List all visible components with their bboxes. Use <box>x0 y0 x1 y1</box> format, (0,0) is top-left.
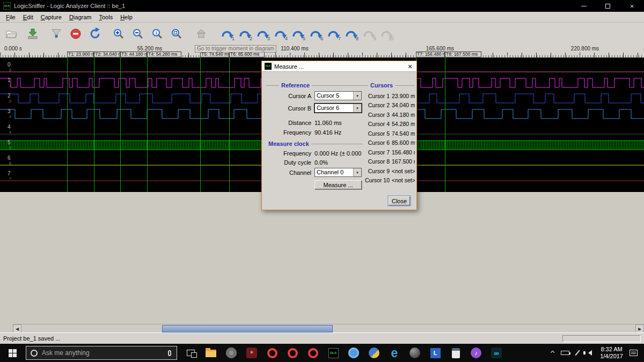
goto-cursor-5-button[interactable]: 5 <box>289 26 306 42</box>
cursor-flag[interactable]: T8: 167.500 ms <box>445 51 481 57</box>
measure-button[interactable]: Measure ... <box>314 180 362 189</box>
menu-diagram[interactable]: Diagram <box>65 13 96 21</box>
cursor-flag[interactable]: T7: 156.480 ms <box>416 51 445 57</box>
orb-app[interactable] <box>364 344 384 362</box>
sphere-app[interactable] <box>405 344 425 362</box>
cursor-flag[interactable]: T4: 54.280 ms <box>147 51 181 57</box>
dialog-title-bar[interactable]: OLS Measure ... × <box>262 61 416 72</box>
cursor-flag[interactable]: T3: 44.180 ms <box>120 51 147 57</box>
menu-edit[interactable]: Edit <box>19 13 37 21</box>
zoom-out-button[interactable] <box>130 26 146 42</box>
scrollbar-thumb[interactable] <box>162 325 333 333</box>
start-button[interactable] <box>0 344 25 362</box>
cursor-line[interactable] <box>67 58 68 192</box>
calculator-app-icon <box>452 348 460 358</box>
save-project-button[interactable] <box>25 26 41 42</box>
logicsniffer-app[interactable]: OLS <box>323 344 343 362</box>
goto-trigger-button[interactable] <box>193 26 209 42</box>
menu-bar: FileEditCaptureDiagramToolsHelp <box>0 12 644 23</box>
web-tool-app[interactable]: * <box>241 344 262 362</box>
speaker-icon[interactable] <box>586 350 592 356</box>
cursor-flag[interactable]: T1: 23.900 ms <box>67 51 94 57</box>
task-view-button[interactable] <box>180 344 201 362</box>
pen-icon[interactable] <box>575 350 580 356</box>
goto-cursor-10-button[interactable]: 10 <box>377 26 395 42</box>
menu-capture[interactable]: Capture <box>37 13 65 21</box>
notification-icon[interactable] <box>630 350 638 356</box>
goto-cursor-4-button[interactable]: 4 <box>271 26 289 42</box>
opera-app-3[interactable] <box>303 344 323 362</box>
opera-app-2[interactable] <box>282 344 303 362</box>
zoom-fit-button[interactable] <box>169 26 185 42</box>
cursor-value-row: Cursor 9<not set> <box>362 166 415 176</box>
taskbar-clock[interactable]: 8:32 AM 1/4/2017 <box>600 346 623 360</box>
cursor-line[interactable] <box>94 58 94 192</box>
menu-help[interactable]: Help <box>116 13 136 21</box>
begin-capture-button[interactable] <box>48 26 64 42</box>
cursor-value-row: Cursor 574.540 ms <box>362 129 415 138</box>
orb-app-icon <box>369 348 379 358</box>
calculator-app[interactable] <box>445 344 466 362</box>
zoom-fit-icon <box>170 27 183 40</box>
scroll-right-button[interactable]: ▶ <box>635 324 644 333</box>
channel-label: 2 <box>8 93 11 99</box>
cancel-capture-button[interactable] <box>68 26 84 42</box>
open-project-button[interactable] <box>3 26 19 42</box>
timeline-ruler[interactable]: 0.000 s55.200 ms110.400 ms165.600 ms220.… <box>0 45 644 58</box>
close-button[interactable]: × <box>620 0 644 12</box>
cursor-a-select[interactable]: Cursor 5 ▼ <box>314 91 362 100</box>
cursor-line[interactable] <box>120 58 121 192</box>
close-icon: × <box>630 3 634 10</box>
time-label: 0.000 s <box>4 46 22 51</box>
cursor-value-row: Cursor 7156.480 ms <box>362 147 415 157</box>
sphere-app-icon <box>409 348 420 358</box>
goto-cursor-1-button[interactable]: 1 <box>218 26 236 42</box>
goto-cursor-7-button[interactable]: 7 <box>324 26 342 42</box>
cursor-flag[interactable]: T2: 34.040 ms <box>94 51 120 57</box>
goto-cursor-9-button[interactable]: 9 <box>360 26 377 42</box>
chevron-down-icon[interactable]: ▼ <box>353 92 361 100</box>
cursor-line[interactable] <box>229 58 230 192</box>
repeat-capture-button[interactable] <box>87 26 103 42</box>
channel-sublabel: 4 <box>9 130 11 134</box>
zoom-in-button[interactable] <box>111 26 127 42</box>
dialog-close-icon[interactable]: × <box>404 62 416 71</box>
goto-cursor-2-button[interactable]: 2 <box>236 26 253 42</box>
chevron-down-icon[interactable]: ▼ <box>353 104 361 112</box>
cursor-line[interactable] <box>200 58 201 192</box>
dialog-close-button[interactable]: Close <box>389 196 410 205</box>
cursor-value-row: Cursor 234.040 ms <box>362 101 415 110</box>
flower-app[interactable] <box>343 344 364 362</box>
app-icon: OLS <box>3 2 11 10</box>
zoom-default-button[interactable]: 1 <box>149 26 165 42</box>
menu-file[interactable]: File <box>2 13 19 21</box>
chevron-up-icon[interactable]: ^ <box>551 350 555 356</box>
cursor-b-select[interactable]: Cursor 6 ▼ <box>314 104 362 113</box>
channel-select[interactable]: Channel 0 ▼ <box>314 168 362 177</box>
scroll-left-button[interactable]: ◀ <box>13 324 21 333</box>
maximize-button[interactable] <box>596 0 620 12</box>
goto-cursor-8-button[interactable]: 8 <box>342 26 360 42</box>
chevron-down-icon[interactable]: ▼ <box>353 168 361 176</box>
edge-browser[interactable]: e <box>384 344 405 362</box>
search-input[interactable] <box>42 349 165 357</box>
cursor-value-row: Cursor 685.600 ms <box>362 138 415 148</box>
cursor-line[interactable] <box>147 58 148 192</box>
taskbar-search[interactable] <box>26 346 177 360</box>
horizontal-scrollbar[interactable]: ◀ ▶ <box>13 324 644 333</box>
file-explorer-app[interactable] <box>201 344 221 362</box>
menu-tools[interactable]: Tools <box>95 13 116 21</box>
music-app[interactable]: ♪ <box>466 344 486 362</box>
minimize-button[interactable] <box>572 0 596 12</box>
taskbar: *OLSeL♪∞ ^ 8:32 AM 1/4/2017 <box>0 344 644 362</box>
cursor-value-row: Cursor 8167.500 ms <box>362 157 415 167</box>
battery-icon[interactable] <box>561 351 569 355</box>
cursor-line[interactable] <box>445 58 445 192</box>
infinity-app[interactable]: ∞ <box>486 344 507 362</box>
goto-cursor-3-button[interactable]: 3 <box>253 26 271 42</box>
opera-app-1[interactable] <box>262 344 282 362</box>
settings-app[interactable] <box>221 344 241 362</box>
cursor-row-label: Cursor 1 <box>362 93 390 99</box>
goto-cursor-6-button[interactable]: 6 <box>306 26 324 42</box>
blue-square-app[interactable]: L <box>425 344 445 362</box>
